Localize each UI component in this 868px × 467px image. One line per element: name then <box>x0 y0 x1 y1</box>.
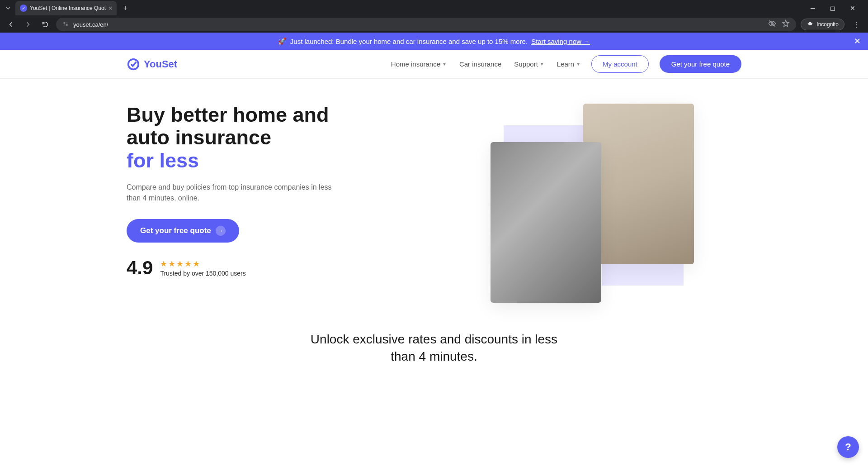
address-bar[interactable]: youset.ca/en/ <box>56 18 796 31</box>
tab-title: YouSet | Online Insurance Quot <box>30 5 106 11</box>
help-button[interactable]: ? <box>837 436 859 458</box>
tab-close-icon[interactable]: × <box>108 5 112 12</box>
rating-value: 4.9 <box>127 257 153 279</box>
announcement-bar: 🚀 Just launched: Bundle your home and ca… <box>0 33 868 50</box>
get-quote-header-button[interactable]: Get your free quote <box>660 55 741 73</box>
back-button[interactable] <box>5 18 17 31</box>
rocket-icon: 🚀 <box>278 37 287 45</box>
chevron-down-icon: ▼ <box>576 62 580 67</box>
hero-image-area <box>371 104 741 303</box>
site-info-icon[interactable] <box>62 21 69 29</box>
my-account-button[interactable]: My account <box>591 55 649 73</box>
star-rating-icon: ★★★★★ <box>160 259 245 269</box>
svg-point-0 <box>64 22 65 23</box>
nav-support[interactable]: Support ▼ <box>514 60 544 68</box>
nav-home-insurance[interactable]: Home insurance ▼ <box>391 60 447 68</box>
close-window-button[interactable]: ✕ <box>844 2 861 14</box>
arrow-right-icon: → <box>216 226 226 236</box>
hero-image-car <box>491 142 601 303</box>
url-text: youset.ca/en/ <box>73 21 108 28</box>
logo[interactable]: YouSet <box>127 57 177 71</box>
trusted-text: Trusted by over 150,000 users <box>160 270 245 277</box>
incognito-badge[interactable]: Incognito <box>801 19 844 30</box>
chevron-down-icon: ▼ <box>540 62 544 67</box>
maximize-button[interactable]: ◻ <box>825 2 841 14</box>
incognito-label: Incognito <box>816 21 839 28</box>
announcement-close-icon[interactable]: ✕ <box>854 36 861 46</box>
announcement-text: Just launched: Bundle your home and car … <box>290 38 528 45</box>
reload-button[interactable] <box>39 18 52 31</box>
bookmark-icon[interactable] <box>782 19 790 29</box>
hero-cta-button[interactable]: Get your free quote → <box>127 219 239 243</box>
section-title: Unlock exclusive rates and discounts in … <box>307 325 561 371</box>
new-tab-button[interactable]: + <box>119 4 132 13</box>
svg-point-1 <box>66 24 67 25</box>
eye-off-icon[interactable] <box>768 19 776 29</box>
logo-mark-icon <box>127 57 140 71</box>
announcement-link[interactable]: Start saving now → <box>531 38 590 45</box>
rating-section: 4.9 ★★★★★ Trusted by over 150,000 users <box>127 257 353 279</box>
logo-text: YouSet <box>144 58 177 70</box>
nav-car-insurance[interactable]: Car insurance <box>459 60 501 68</box>
hero-title: Buy better home and auto insurance for l… <box>127 104 353 172</box>
nav-learn[interactable]: Learn ▼ <box>557 60 580 68</box>
forward-button[interactable] <box>22 18 34 31</box>
browser-menu-icon[interactable]: ⋮ <box>849 20 863 29</box>
site-header: YouSet Home insurance ▼ Car insurance Su… <box>0 50 868 79</box>
hero-subtitle: Compare and buy policies from top insura… <box>127 182 335 204</box>
tab-search-dropdown[interactable] <box>4 4 13 13</box>
chevron-down-icon: ▼ <box>442 62 447 67</box>
tab-favicon: ✓ <box>20 5 27 12</box>
minimize-button[interactable]: ─ <box>805 2 821 14</box>
lavender-decoration <box>602 263 684 286</box>
browser-tab[interactable]: ✓ YouSet | Online Insurance Quot × <box>15 1 117 15</box>
